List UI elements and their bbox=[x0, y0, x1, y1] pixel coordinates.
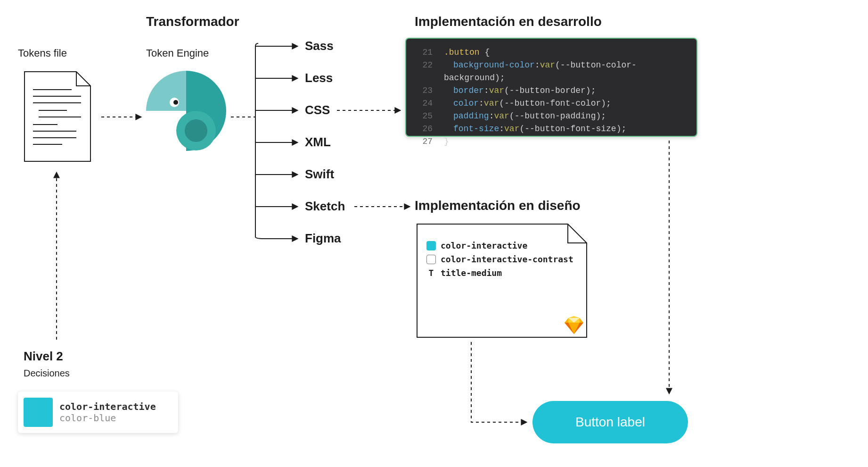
output-swift: Swift bbox=[305, 167, 334, 182]
type-icon: T bbox=[426, 268, 436, 278]
output-sketch: Sketch bbox=[305, 199, 345, 214]
nivel-title: Nivel 2 bbox=[24, 349, 63, 364]
tokens-file-label: Tokens file bbox=[18, 47, 67, 59]
design-token-label: title-medium bbox=[441, 268, 502, 278]
svg-point-12 bbox=[173, 100, 178, 105]
svg-point-10 bbox=[185, 119, 207, 142]
dev-impl-title: Implementación en desarrollo bbox=[415, 14, 602, 29]
output-figma: Figma bbox=[305, 231, 341, 246]
output-xml: XML bbox=[305, 135, 331, 150]
design-impl-title: Implementación en diseño bbox=[415, 198, 581, 213]
token-card-name: color-interactive bbox=[59, 401, 156, 412]
transformer-title: Transformador bbox=[146, 14, 239, 29]
nivel-subtitle: Decisiones bbox=[24, 368, 70, 379]
design-token-label: color-interactive bbox=[441, 241, 527, 250]
token-swatch-icon bbox=[24, 398, 53, 427]
tokens-file-icon bbox=[20, 67, 95, 166]
design-tokens-list: color-interactive color-interactive-cont… bbox=[426, 241, 573, 282]
output-css: CSS bbox=[305, 103, 330, 117]
result-button[interactable]: Button label bbox=[532, 401, 688, 443]
token-card-value: color-blue bbox=[59, 412, 156, 424]
transformer-subtitle: Token Engine bbox=[146, 47, 209, 59]
swatch-interactive-icon bbox=[426, 241, 436, 250]
output-sass: Sass bbox=[305, 39, 334, 53]
design-token-label: color-interactive-contrast bbox=[441, 254, 573, 264]
code-panel: 21.button { 22background-color:var(--but… bbox=[405, 38, 697, 137]
token-card: color-interactive color-blue bbox=[18, 392, 178, 433]
output-less: Less bbox=[305, 71, 333, 85]
token-engine-logo bbox=[146, 71, 226, 151]
swatch-contrast-icon bbox=[426, 255, 436, 264]
sketch-icon bbox=[565, 316, 583, 334]
